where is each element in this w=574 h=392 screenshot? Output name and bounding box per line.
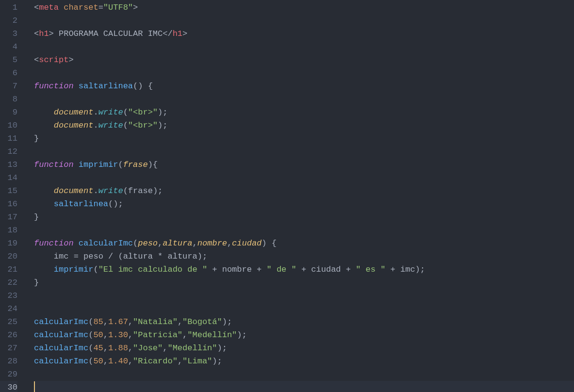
token-str: "Natalia" [133,317,178,327]
token-pun: . [93,186,98,196]
token-txt: frase [128,186,153,196]
line-number: 28 [0,355,17,368]
token-pun: ); [158,108,167,117]
code-line[interactable]: calcularImc(45,1.88,"Jose","Medellín"); [34,342,574,355]
token-pun: , [178,357,182,366]
token-pun: , [158,239,163,248]
token-pun: , [103,343,108,353]
code-editor[interactable]: 1234567891011121314151617181920212223242… [0,0,574,392]
token-txt [385,265,390,274]
token-pun: ); [197,252,207,261]
token-tag: h1 [173,29,182,38]
token-fn: calcularImc [34,317,88,327]
token-pun: ); [212,357,222,366]
code-line[interactable]: calcularImc(50,1.40,"Ricardo","Lima"); [34,355,574,368]
code-line[interactable]: } [34,276,574,289]
line-number: 22 [0,276,17,289]
token-key: function [34,160,74,169]
token-pun: , [227,239,232,248]
token-str: "Ricardo" [133,357,178,366]
text-cursor [34,381,35,392]
code-line[interactable]: document.write("<br>"); [34,119,574,132]
code-line[interactable] [34,381,574,392]
code-line[interactable] [34,145,574,158]
code-line[interactable]: <h1> PROGRAMA CALCULAR IMC</h1> [34,27,574,40]
code-line[interactable]: document.write("<br>"); [34,106,574,119]
token-pun: > [68,55,73,65]
token-pun: , [163,343,167,353]
code-line[interactable] [34,302,574,315]
token-pun: ); [217,343,227,353]
token-pun: = [74,252,79,261]
token-pun: > [49,29,54,38]
token-param: nombre [197,239,227,248]
token-str: "Medellín" [187,330,237,340]
token-key: function [34,239,74,248]
line-number: 15 [0,184,17,197]
code-line[interactable]: calcularImc(85,1.67,"Natalia","Bogotá"); [34,315,574,328]
line-number: 21 [0,263,17,276]
token-txt: ciudad [306,265,346,274]
line-number: 4 [0,40,17,53]
token-pun: = [98,3,103,12]
code-line[interactable] [34,224,574,237]
code-line[interactable]: function calcularImc(peso,altura,nombre,… [34,237,574,250]
token-pun: , [128,357,133,366]
line-number: 30 [0,381,17,392]
line-number: 9 [0,106,17,119]
token-txt [207,265,212,274]
token-pun: , [128,330,133,340]
token-fn: calcularImc [34,343,88,353]
line-number: 6 [0,66,17,80]
code-line[interactable]: imc = peso / (altura * altura); [34,250,574,263]
code-line[interactable] [34,14,574,27]
token-pun: * [158,252,163,261]
token-pun: } [34,212,39,222]
code-line[interactable] [34,289,574,302]
code-area[interactable]: <meta charset="UTF8"><h1> PROGRAMA CALCU… [24,0,574,392]
code-line[interactable]: function imprimir(frase){ [34,158,574,171]
code-line[interactable]: <meta charset="UTF8"> [34,1,574,14]
token-tag: h1 [39,29,49,38]
token-txt: nombre [217,265,257,274]
code-line[interactable]: function saltarlinea() { [34,80,574,93]
code-line[interactable]: calcularImc(50,1.30,"Patricia","Medellín… [34,328,574,342]
token-pun: ( [118,160,123,169]
token-pun: , [103,357,108,366]
line-number: 27 [0,342,17,355]
token-param: peso [138,239,158,248]
token-pun: , [103,317,108,327]
code-line[interactable]: imprimir("El imc calculado de " + nombre… [34,263,574,276]
token-pun: ); [158,121,167,130]
token-tag: script [39,55,68,65]
token-txt: imc [34,252,74,261]
line-number: 2 [0,14,17,27]
code-line[interactable] [34,171,574,184]
token-str: "<br>" [128,108,158,117]
token-pun: ); [153,186,163,196]
code-line[interactable]: } [34,132,574,145]
token-param: frase [123,160,148,169]
code-line[interactable] [34,368,574,381]
code-line[interactable] [34,93,574,106]
line-number: 3 [0,27,17,40]
token-param: ciudad [232,239,262,248]
token-txt [59,3,64,12]
token-str: "<br>" [128,121,158,130]
code-line[interactable]: document.write(frase); [34,184,574,197]
code-line[interactable]: } [34,211,574,224]
token-pun: ( [123,186,128,196]
token-fn: imprimir [54,265,94,274]
token-pun: < [34,55,39,65]
code-line[interactable]: <script> [34,53,574,66]
token-fn: saltarlinea [54,199,108,209]
token-fni: write [98,108,123,117]
code-line[interactable] [34,40,574,53]
code-line[interactable] [34,66,574,80]
token-param: altura [163,239,192,248]
token-pun: ( [88,330,93,340]
line-number: 12 [0,145,17,158]
token-attr: charset [64,3,98,12]
line-number: 17 [0,211,17,224]
code-line[interactable]: saltarlinea(); [34,197,574,211]
